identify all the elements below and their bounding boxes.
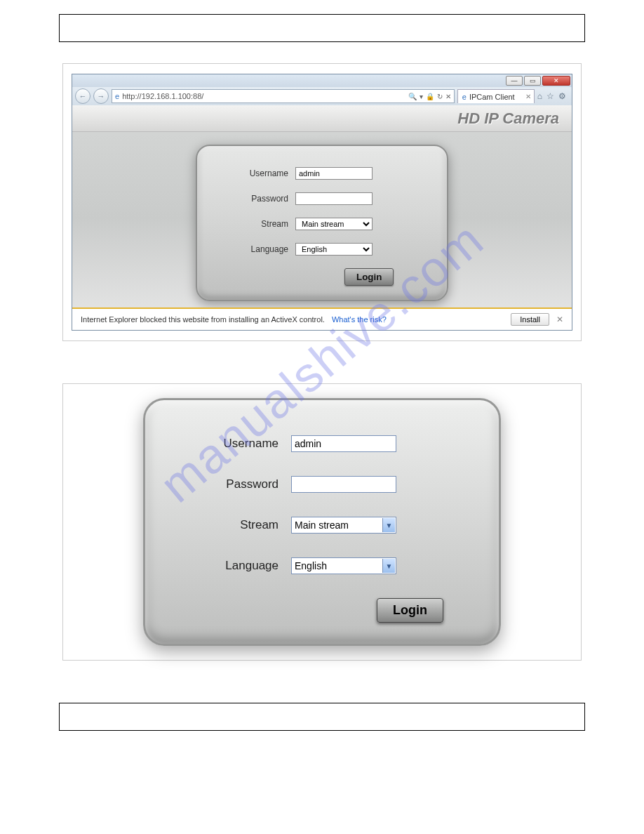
- stream-label: Stream: [218, 219, 288, 229]
- login-button[interactable]: Login: [344, 268, 394, 286]
- login-panel-large: Username Password Stream Main stream ▼ L…: [143, 398, 501, 646]
- activex-close-icon[interactable]: ✕: [556, 315, 563, 324]
- username-label: Username: [218, 168, 288, 178]
- browser-tab[interactable]: e IPCam Client ✕: [457, 89, 535, 103]
- window-minimize-button[interactable]: —: [506, 76, 523, 86]
- stream-label-big: Stream: [180, 518, 279, 532]
- window-maximize-button[interactable]: ▭: [524, 76, 541, 86]
- password-label: Password: [218, 194, 288, 204]
- password-input-big[interactable]: [291, 476, 396, 493]
- nav-back-button[interactable]: ←: [75, 88, 90, 104]
- stream-select[interactable]: Main stream: [295, 218, 373, 230]
- password-input[interactable]: [295, 192, 373, 205]
- password-label-big: Password: [180, 477, 279, 491]
- language-label-big: Language: [180, 559, 279, 573]
- activex-risk-link[interactable]: What's the risk?: [332, 315, 387, 324]
- tab-close-icon[interactable]: ✕: [525, 93, 531, 100]
- tab-favicon-icon: e: [462, 93, 467, 101]
- login-panel: Username Password Stream Main stream: [196, 145, 448, 301]
- tools-icon[interactable]: ⚙: [558, 91, 566, 101]
- screenshot-1-frame: — ▭ ✕ ← → e http://192.168.1.100:88/ 🔍 ▾…: [62, 63, 582, 341]
- top-page-border: [59, 14, 585, 42]
- url-text: http://192.168.1.100:88/: [122, 92, 405, 100]
- window-titlebar: — ▭ ✕: [72, 74, 572, 87]
- address-bar[interactable]: e http://192.168.1.100:88/ 🔍 ▾ 🔒 ↻ ✕: [112, 89, 455, 103]
- search-icon[interactable]: 🔍: [408, 93, 417, 100]
- refresh-icon[interactable]: ↻: [437, 93, 443, 100]
- lock-icon: 🔒: [426, 93, 434, 100]
- username-label-big: Username: [180, 437, 279, 451]
- page-title: HD IP Camera: [72, 105, 572, 132]
- username-input-big[interactable]: [291, 435, 396, 452]
- tab-title: IPCam Client: [469, 93, 515, 101]
- page-content: HD IP Camera Username Password Stream Ma…: [72, 105, 572, 330]
- username-input[interactable]: [295, 167, 373, 180]
- nav-forward-button[interactable]: →: [93, 88, 109, 104]
- activex-install-button[interactable]: Install: [511, 313, 549, 326]
- activex-notification-bar: Internet Explorer blocked this website f…: [72, 307, 572, 330]
- bottom-page-border: [59, 703, 585, 731]
- home-icon[interactable]: ⌂: [537, 91, 542, 101]
- stop-icon[interactable]: ✕: [445, 93, 451, 100]
- screenshot-2-frame: Username Password Stream Main stream ▼ L…: [62, 383, 582, 661]
- language-select[interactable]: English: [295, 243, 373, 256]
- stream-select-big[interactable]: Main stream: [291, 517, 396, 534]
- ie-favicon-icon: e: [115, 92, 119, 100]
- login-button-big[interactable]: Login: [377, 598, 443, 623]
- favorites-icon[interactable]: ☆: [546, 91, 554, 101]
- browser-toolbar: ← → e http://192.168.1.100:88/ 🔍 ▾ 🔒 ↻ ✕: [72, 87, 572, 105]
- language-select-big[interactable]: English: [291, 557, 396, 574]
- language-label: Language: [218, 244, 288, 254]
- activex-message: Internet Explorer blocked this website f…: [81, 315, 325, 324]
- window-close-button[interactable]: ✕: [542, 76, 570, 86]
- ie-window: — ▭ ✕ ← → e http://192.168.1.100:88/ 🔍 ▾…: [72, 74, 572, 331]
